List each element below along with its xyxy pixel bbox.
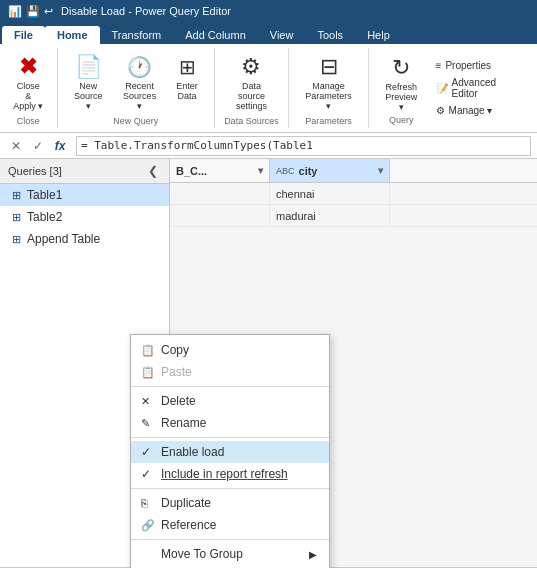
close-apply-button[interactable]: ✖ Close &Apply ▾: [8, 50, 49, 114]
reference-icon: 🔗: [141, 519, 155, 532]
advanced-editor-ribbon-label: Advanced Editor: [452, 77, 523, 99]
tab-home[interactable]: Home: [45, 26, 100, 44]
new-source-label: NewSource ▾: [71, 81, 106, 111]
cell-b-2: [170, 205, 270, 226]
query-group-label: Query: [377, 115, 426, 125]
formula-bar: ✕ ✓ fx: [0, 133, 537, 159]
data-source-settings-icon: ⚙: [237, 53, 265, 81]
formula-buttons: ✕ ✓ fx: [6, 136, 70, 156]
ctx-move-to-group[interactable]: Move To Group ▶: [131, 543, 329, 565]
close-group-label: Close: [8, 116, 49, 126]
refresh-preview-label: RefreshPreview ▾: [382, 82, 421, 112]
query-label-table2: Table2: [27, 210, 62, 224]
cell-city-1: chennai: [270, 183, 390, 204]
advanced-editor-ribbon-icon: 📝: [436, 83, 448, 94]
data-source-settings-button[interactable]: ⚙ Data sourcesettings: [223, 50, 280, 114]
ribbon-tab-bar: File Home Transform Add Column View Tool…: [0, 22, 537, 44]
sidebar-item-table1[interactable]: ⊞ Table1: [0, 184, 169, 206]
col-header-city: ABC city ▾: [270, 159, 390, 182]
manage-label: Manage ▾: [449, 105, 493, 116]
delete-icon: ✕: [141, 395, 150, 408]
properties-icon: ≡: [436, 60, 442, 71]
manage-parameters-button[interactable]: ⊟ ManageParameters ▾: [297, 50, 360, 114]
advanced-editor-ribbon-button[interactable]: 📝 Advanced Editor: [430, 75, 529, 101]
enter-data-button[interactable]: ⊞ EnterData: [168, 50, 205, 104]
tab-view[interactable]: View: [258, 26, 306, 44]
ctx-sep-3: [131, 488, 329, 489]
ctx-include-refresh-label: Include in report refresh: [161, 467, 288, 481]
ctx-include-refresh[interactable]: ✓ Include in report refresh: [131, 463, 329, 485]
col-city-dropdown[interactable]: ▾: [378, 165, 383, 176]
formula-fx-button[interactable]: fx: [50, 136, 70, 156]
app-icon: 📊: [8, 5, 22, 18]
tab-file[interactable]: File: [2, 26, 45, 44]
tab-add-column[interactable]: Add Column: [173, 26, 258, 44]
save-icon: 💾: [26, 5, 40, 18]
ctx-delete[interactable]: ✕ Delete: [131, 390, 329, 412]
query-label-append: Append Table: [27, 232, 100, 246]
table-icon-3: ⊞: [12, 233, 21, 246]
title-bar-icons: 📊 💾 ↩: [8, 5, 53, 18]
ctx-enable-load[interactable]: ✓ Enable load: [131, 441, 329, 463]
properties-button[interactable]: ≡ Properties: [430, 58, 529, 73]
ribbon: ✖ Close &Apply ▾ Close 📄 NewSource ▾ 🕐 R…: [0, 44, 537, 133]
column-header-row: B_C... ▾ ABC city ▾: [170, 159, 537, 183]
tab-tools[interactable]: Tools: [305, 26, 355, 44]
manage-button[interactable]: ⚙ Manage ▾: [430, 103, 529, 118]
include-refresh-check-icon: ✓: [141, 467, 151, 481]
formula-accept-button[interactable]: ✓: [28, 136, 48, 156]
ctx-sep-2: [131, 437, 329, 438]
col-header-b: B_C... ▾: [170, 159, 270, 182]
query-right-panel: ≡ Properties 📝 Advanced Editor ⚙ Manage …: [430, 56, 529, 120]
table-row: chennai: [170, 183, 537, 205]
ctx-duplicate[interactable]: ⎘ Duplicate: [131, 492, 329, 514]
new-source-button[interactable]: 📄 NewSource ▾: [66, 50, 111, 114]
formula-input[interactable]: [76, 136, 531, 156]
refresh-preview-button[interactable]: ↻ RefreshPreview ▾: [377, 51, 426, 115]
duplicate-icon: ⎘: [141, 497, 148, 509]
parameters-group-label: Parameters: [297, 116, 360, 126]
copy-icon: 📋: [141, 344, 155, 357]
col-b-label: B_C...: [176, 165, 207, 177]
rename-icon: ✎: [141, 417, 150, 430]
close-apply-icon: ✖: [14, 53, 42, 81]
ctx-paste[interactable]: 📋 Paste: [131, 361, 329, 383]
ctx-reference-label: Reference: [161, 518, 216, 532]
sidebar-collapse-button[interactable]: ❮: [145, 163, 161, 179]
sidebar-item-append-table[interactable]: ⊞ Append Table: [0, 228, 169, 250]
tab-help[interactable]: Help: [355, 26, 402, 44]
col-city-label: city: [299, 165, 318, 177]
ctx-rename[interactable]: ✎ Rename: [131, 412, 329, 434]
table-row: madurai: [170, 205, 537, 227]
recent-sources-label: RecentSources ▾: [120, 81, 160, 111]
manage-parameters-label: ManageParameters ▾: [302, 81, 355, 111]
col-b-dropdown[interactable]: ▾: [258, 165, 263, 176]
ctx-sep-4: [131, 539, 329, 540]
query-label-table1: Table1: [27, 188, 62, 202]
ctx-delete-label: Delete: [161, 394, 196, 408]
enter-data-label: EnterData: [176, 81, 198, 101]
ctx-copy[interactable]: 📋 Copy: [131, 339, 329, 361]
move-to-group-arrow-icon: ▶: [309, 549, 317, 560]
tab-transform[interactable]: Transform: [100, 26, 174, 44]
properties-label: Properties: [445, 60, 491, 71]
table-icon: ⊞: [12, 189, 21, 202]
formula-cancel-button[interactable]: ✕: [6, 136, 26, 156]
queries-title: Queries [3]: [8, 165, 62, 177]
manage-icon: ⚙: [436, 105, 445, 116]
data-sources-group-label: Data Sources: [223, 116, 280, 126]
paste-icon: 📋: [141, 366, 155, 379]
new-source-icon: 📄: [74, 53, 102, 81]
data-source-settings-label: Data sourcesettings: [228, 81, 275, 111]
ctx-duplicate-label: Duplicate: [161, 496, 211, 510]
cell-b-1: [170, 183, 270, 204]
ctx-sep-1: [131, 386, 329, 387]
refresh-preview-icon: ↻: [387, 54, 415, 82]
ctx-reference[interactable]: 🔗 Reference: [131, 514, 329, 536]
recent-sources-button[interactable]: 🕐 RecentSources ▾: [115, 50, 165, 114]
sidebar-header: Queries [3] ❮: [0, 159, 169, 184]
ribbon-group-parameters: ⊟ ManageParameters ▾ Parameters: [289, 48, 369, 128]
ctx-enable-load-label: Enable load: [161, 445, 224, 459]
sidebar-item-table2[interactable]: ⊞ Table2: [0, 206, 169, 228]
recent-sources-icon: 🕐: [126, 53, 154, 81]
